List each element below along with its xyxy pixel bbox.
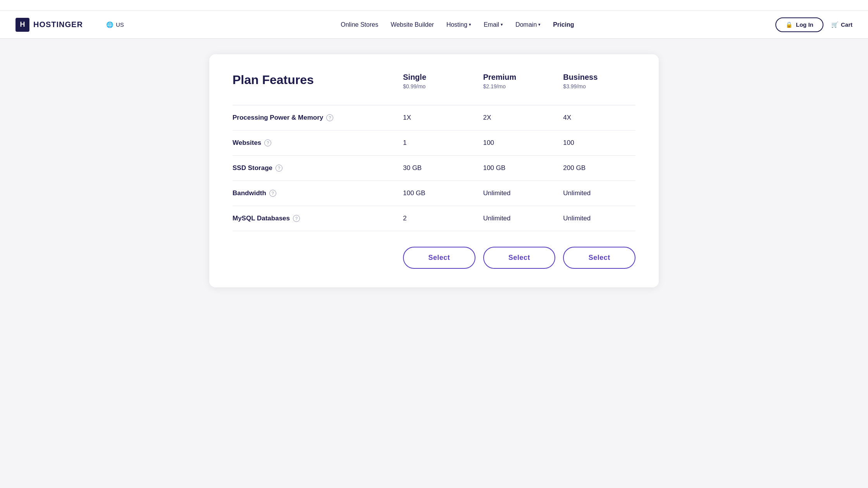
chevron-down-icon: ▾: [501, 22, 503, 27]
nav-online-stores[interactable]: Online Stores: [341, 21, 378, 28]
plan-col-premium-price: $2.19/mo: [483, 83, 556, 89]
feature-label-mysql: MySQL Databases ?: [232, 215, 395, 222]
feature-label-websites: Websites ?: [232, 139, 395, 147]
plan-col-business-name: Business: [563, 73, 636, 82]
logo[interactable]: H HOSTINGER: [16, 18, 83, 32]
select-buttons-row: Select Select Select: [232, 247, 636, 269]
feature-row-bandwidth: Bandwidth ? 100 GB Unlimited Unlimited: [232, 181, 636, 206]
feature-value-ssd-single: 30 GB: [395, 164, 475, 172]
nav-pricing[interactable]: Pricing: [553, 21, 574, 28]
main-content: Plan Features Single $0.99/mo Premium $2…: [202, 54, 666, 287]
feature-values-websites: 1 100 100: [395, 139, 636, 147]
help-icon-mysql[interactable]: ?: [293, 215, 300, 222]
nav-links: Online Stores Website Builder Hosting ▾ …: [140, 21, 775, 28]
feature-value-websites-single: 1: [395, 139, 475, 147]
nav-hosting[interactable]: Hosting ▾: [446, 21, 471, 28]
nav-website-builder[interactable]: Website Builder: [391, 21, 434, 28]
feature-values-ssd: 30 GB 100 GB 200 GB: [395, 164, 636, 172]
feature-name-ssd: SSD Storage: [232, 164, 272, 172]
feature-value-bandwidth-single: 100 GB: [395, 189, 475, 197]
select-premium-button[interactable]: Select: [483, 247, 556, 269]
help-icon-bandwidth[interactable]: ?: [269, 190, 276, 197]
feature-value-processing-single: 1X: [395, 114, 475, 122]
plan-col-premium-name: Premium: [483, 73, 556, 82]
help-icon-ssd[interactable]: ?: [276, 165, 282, 172]
login-button[interactable]: 🔒 Log In: [775, 17, 823, 32]
feature-row-mysql: MySQL Databases ? 2 Unlimited Unlimited: [232, 206, 636, 231]
feature-value-mysql-single: 2: [395, 215, 475, 222]
nav-actions: 🔒 Log In 🛒 Cart: [775, 17, 852, 32]
feature-row-processing: Processing Power & Memory ? 1X 2X 4X: [232, 105, 636, 131]
plan-col-business-price: $3.99/mo: [563, 83, 636, 89]
feature-values-bandwidth: 100 GB Unlimited Unlimited: [395, 189, 636, 197]
feature-name-websites: Websites: [232, 139, 261, 147]
feature-label-ssd: SSD Storage ?: [232, 164, 395, 172]
feature-value-websites-business: 100: [555, 139, 636, 147]
logo-text: HOSTINGER: [33, 20, 83, 29]
select-business-button[interactable]: Select: [563, 247, 636, 269]
feature-value-bandwidth-premium: Unlimited: [475, 189, 556, 197]
plan-col-single-price: $0.99/mo: [403, 83, 475, 89]
plan-features-title: Plan Features: [232, 73, 395, 87]
feature-value-websites-premium: 100: [475, 139, 556, 147]
chevron-down-icon: ▾: [538, 22, 541, 27]
plan-header: Plan Features Single $0.99/mo Premium $2…: [232, 73, 636, 89]
nav-domain[interactable]: Domain ▾: [515, 21, 541, 28]
select-single-button[interactable]: Select: [403, 247, 475, 269]
cart-button[interactable]: 🛒 Cart: [831, 21, 852, 28]
plan-col-single: Single $0.99/mo: [395, 73, 475, 89]
feature-value-bandwidth-business: Unlimited: [555, 189, 636, 197]
select-button-group: Select Select Select: [395, 247, 636, 269]
help-icon-processing[interactable]: ?: [326, 114, 333, 121]
select-business-wrapper: Select: [555, 247, 636, 269]
locale-selector[interactable]: 🌐 US: [106, 21, 124, 28]
feature-value-ssd-business: 200 GB: [555, 164, 636, 172]
feature-values-processing: 1X 2X 4X: [395, 114, 636, 122]
select-single-wrapper: Select: [395, 247, 475, 269]
cart-icon: 🛒: [831, 21, 839, 28]
logo-icon: H: [16, 18, 29, 32]
feature-label-bandwidth: Bandwidth ?: [232, 189, 395, 197]
top-bar: [0, 0, 868, 11]
feature-value-ssd-premium: 100 GB: [475, 164, 556, 172]
feature-name-processing: Processing Power & Memory: [232, 114, 323, 122]
feature-name-bandwidth: Bandwidth: [232, 189, 266, 197]
nav-email[interactable]: Email ▾: [484, 21, 503, 28]
plan-col-single-name: Single: [403, 73, 475, 82]
feature-label-processing: Processing Power & Memory ?: [232, 114, 395, 122]
feature-value-processing-premium: 2X: [475, 114, 556, 122]
feature-value-processing-business: 4X: [555, 114, 636, 122]
plan-features-card: Plan Features Single $0.99/mo Premium $2…: [209, 54, 659, 287]
select-premium-wrapper: Select: [475, 247, 556, 269]
lock-icon: 🔒: [785, 21, 793, 28]
help-icon-websites[interactable]: ?: [264, 139, 271, 146]
feature-value-mysql-premium: Unlimited: [475, 215, 556, 222]
feature-value-mysql-business: Unlimited: [555, 215, 636, 222]
globe-icon: 🌐: [106, 21, 114, 28]
chevron-down-icon: ▾: [469, 22, 471, 27]
navbar: H HOSTINGER 🌐 US Online Stores Website B…: [0, 11, 868, 39]
feature-values-mysql: 2 Unlimited Unlimited: [395, 215, 636, 222]
plan-columns: Single $0.99/mo Premium $2.19/mo Busines…: [395, 73, 636, 89]
feature-row-ssd: SSD Storage ? 30 GB 100 GB 200 GB: [232, 156, 636, 181]
feature-name-mysql: MySQL Databases: [232, 215, 290, 222]
plan-col-premium: Premium $2.19/mo: [475, 73, 556, 89]
plan-col-business: Business $3.99/mo: [555, 73, 636, 89]
feature-row-websites: Websites ? 1 100 100: [232, 131, 636, 156]
locale-label: US: [116, 21, 124, 28]
